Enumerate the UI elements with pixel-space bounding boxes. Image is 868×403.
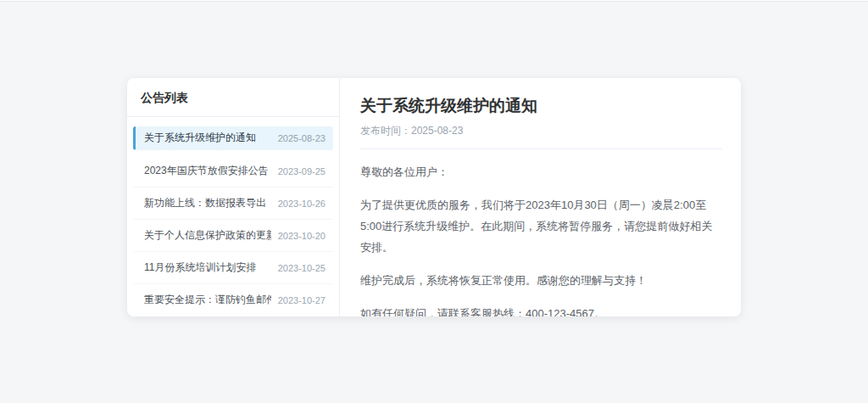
sidebar-title: 公告列表 xyxy=(127,78,339,117)
announcement-list-item[interactable]: 2023年国庆节放假安排公告 2023-09-25 xyxy=(133,155,333,188)
detail-paragraph: 为了提供更优质的服务，我们将于2023年10月30日（周一）凌晨2:00至5:0… xyxy=(360,194,722,258)
announcement-list: 关于系统升级维护的通知 2025-08-23 2023年国庆节放假安排公告 20… xyxy=(127,117,339,316)
detail-paragraph: 如有任何疑问，请联系客服热线：400-123-4567。 xyxy=(360,303,722,316)
announcement-item-date: 2023-10-25 xyxy=(278,263,326,273)
announcement-item-date: 2023-10-26 xyxy=(278,199,326,209)
announcement-list-item[interactable]: 关于个人信息保护政策的更新 2023-10-20 xyxy=(133,220,333,252)
announcement-item-label: 11月份系统培训计划安排 xyxy=(144,260,256,275)
detail-paragraph: 维护完成后，系统将恢复正常使用。感谢您的理解与支持！ xyxy=(360,270,722,291)
detail-title: 关于系统升级维护的通知 xyxy=(360,97,722,116)
announcement-list-item[interactable]: 11月份系统培训计划安排 2023-10-25 xyxy=(133,252,333,284)
announcement-sidebar: 公告列表 关于系统升级维护的通知 2025-08-23 2023年国庆节放假安排… xyxy=(127,78,340,316)
announcement-list-item[interactable]: 关于系统升级维护的通知 2025-08-23 xyxy=(133,126,333,150)
announcement-item-label: 关于系统升级维护的通知 xyxy=(144,131,256,145)
detail-divider xyxy=(360,148,722,149)
announcement-item-label: 关于个人信息保护政策的更新 xyxy=(144,228,271,243)
detail-publish-date: 发布时间：2025-08-23 xyxy=(360,124,722,138)
announcement-list-item[interactable]: 重要安全提示：谨防钓鱼邮件 2023-10-27 xyxy=(133,284,333,316)
window-top-edge xyxy=(0,0,868,2)
announcement-list-item[interactable]: 新功能上线：数据报表导出 2023-10-26 xyxy=(133,188,333,220)
announcement-item-date: 2025-08-23 xyxy=(278,133,326,143)
announcement-item-date: 2023-10-27 xyxy=(278,295,326,305)
announcement-item-date: 2023-09-25 xyxy=(278,166,326,176)
detail-body: 尊敬的各位用户：为了提供更优质的服务，我们将于2023年10月30日（周一）凌晨… xyxy=(360,161,722,316)
announcement-item-label: 新功能上线：数据报表导出 xyxy=(144,196,266,210)
announcement-card: 公告列表 关于系统升级维护的通知 2025-08-23 2023年国庆节放假安排… xyxy=(127,78,741,316)
detail-paragraph: 尊敬的各位用户： xyxy=(360,161,722,182)
announcement-item-date: 2023-10-20 xyxy=(278,231,326,241)
announcement-item-label: 重要安全提示：谨防钓鱼邮件 xyxy=(144,293,271,307)
announcement-detail: 关于系统升级维护的通知 发布时间：2025-08-23 尊敬的各位用户：为了提供… xyxy=(340,78,741,316)
announcement-item-label: 2023年国庆节放假安排公告 xyxy=(144,164,269,178)
